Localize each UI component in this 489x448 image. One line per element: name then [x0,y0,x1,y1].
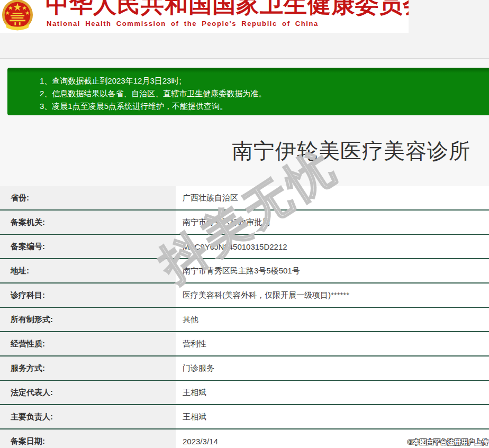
notice-line: 1、查询数据截止到2023年12月3日23时; [40,75,489,87]
site-title-english: National Health Commission of the People… [47,20,319,28]
field-value: 广西壮族自治区 [176,186,489,209]
field-value: 南宁市青秀区民主路3号5楼501号 [176,259,489,282]
table-row: 地址: 南宁市青秀区民主路3号5楼501号 [0,259,489,284]
field-value: 王相斌 [176,405,489,428]
site-title-chinese: 中华人民共和国国家卫生健康委员会 [46,0,409,17]
field-label: 备案日期: [0,429,176,448]
field-label: 法定代表人: [0,381,176,404]
field-value: 南宁市青秀区行政审批局 [176,211,489,234]
table-row: 诊疗科目: 医疗美容科(美容外科，仅限开展一级项目)****** [0,284,489,308]
notice-line: 2、信息数据结果以各省、自治区、直辖市卫生健康委数据为准。 [40,87,489,100]
table-row: 法定代表人: 王相斌 [0,381,489,405]
site-header: 中华人民共和国国家卫生健康委员会 National Health Commiss… [0,0,409,33]
table-row: 省份: 广西壮族自治区 [0,186,489,211]
record-detail-table: 省份: 广西壮族自治区 备案机关: 南宁市青秀区行政审批局 备案编号: MAC9… [0,186,489,448]
field-value: MAC9Y6JN845010315D2212 [176,235,489,258]
table-row: 备案编号: MAC9Y6JN845010315D2212 [0,235,489,259]
field-value: 门诊服务 [176,356,489,380]
china-national-emblem-icon [2,0,33,33]
field-label: 省份: [0,186,176,209]
corner-upload-watermark: ©本图由平台注册用户上传 [408,437,488,447]
field-value: 王相斌 [176,381,489,404]
field-value: 其他 [176,308,489,331]
field-label: 备案编号: [0,235,176,258]
field-label: 备案机关: [0,211,176,234]
field-label: 服务方式: [0,356,176,380]
table-row: 备案机关: 南宁市青秀区行政审批局 [0,211,489,235]
institution-name-title: 南宁伊轮美医疗美容诊所 [232,136,470,166]
field-label: 所有制形式: [0,308,176,331]
table-row: 服务方式: 门诊服务 [0,356,489,381]
table-row: 经营性质: 营利性 [0,332,489,356]
field-label: 地址: [0,259,176,282]
notice-banner: 1、查询数据截止到2023年12月3日23时; 2、信息数据结果以各省、自治区、… [7,68,489,115]
field-value: 营利性 [176,332,489,355]
field-label: 经营性质: [0,332,176,355]
notice-line: 3、凌晨1点至凌晨5点系统进行维护，不能提供查询。 [40,100,489,113]
table-row: 主要负责人: 王相斌 [0,405,489,429]
table-row: 所有制形式: 其他 [0,308,489,332]
field-label: 诊疗科目: [0,284,176,307]
field-label: 主要负责人: [0,405,176,428]
field-value: 医疗美容科(美容外科，仅限开展一级项目)****** [176,284,489,307]
